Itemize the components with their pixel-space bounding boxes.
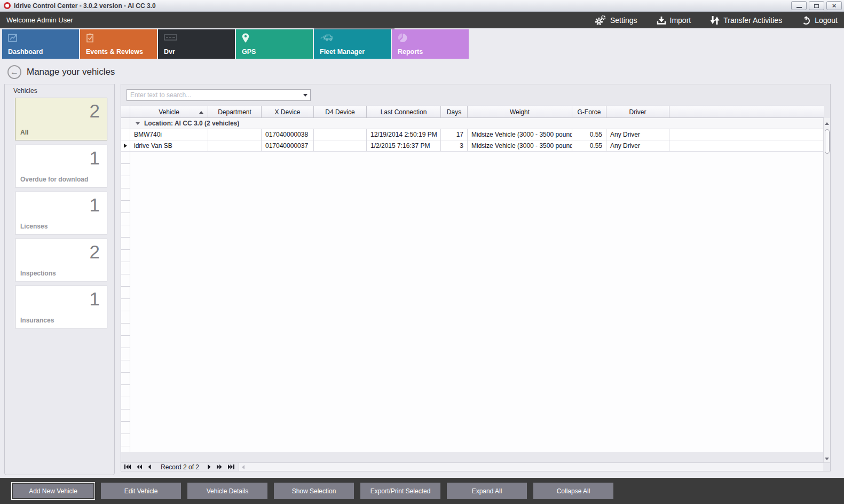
tab-gps[interactable]: GPS — [236, 29, 313, 59]
back-button[interactable]: ← — [7, 65, 21, 79]
tab-dashboard[interactable]: Dashboard — [2, 29, 79, 59]
column-header-last-connection[interactable]: Last Connection — [367, 106, 441, 117]
collapse-group-icon[interactable] — [136, 122, 140, 125]
scrollbar-corner — [823, 463, 830, 471]
window-title-bar: Idrive Control Center - 3.0.2 version - … — [0, 0, 844, 12]
filter-card-licenses[interactable]: 1 Licenses — [15, 192, 107, 234]
cell-vehicle: BMW740i — [130, 129, 208, 140]
vertical-scrollbar-thumb[interactable] — [825, 129, 830, 154]
next-page-button[interactable] — [217, 464, 222, 469]
filter-card-all-count: 2 — [90, 101, 100, 120]
table-row[interactable]: idrive Van SB 017040000037 1/2/2015 7:16… — [121, 140, 824, 152]
logout-button[interactable]: Logout — [801, 15, 838, 25]
settings-label: Settings — [610, 16, 637, 25]
column-header-x-device-label: X Device — [274, 108, 300, 116]
pie-chart-icon — [398, 33, 469, 43]
minimize-icon — [796, 6, 802, 8]
filter-card-overdue[interactable]: 1 Overdue for download — [15, 145, 107, 187]
search-dropdown-button[interactable] — [301, 90, 310, 100]
maximize-button[interactable] — [809, 1, 824, 10]
bottom-action-bar: Add New Vehicle Edit Vehicle Vehicle Det… — [0, 478, 844, 504]
cell-d4-device — [314, 140, 367, 152]
expand-all-button[interactable]: Expand All — [447, 483, 527, 499]
settings-button[interactable]: Settings — [594, 15, 637, 26]
edit-vehicle-button[interactable]: Edit Vehicle — [101, 483, 181, 499]
import-button[interactable]: Import — [657, 15, 691, 25]
import-icon — [657, 15, 666, 25]
grid-empty-area — [121, 152, 824, 452]
column-header-weight-label: Weight — [510, 108, 530, 116]
transfer-icon — [710, 15, 720, 26]
back-arrow-icon: ← — [10, 67, 19, 77]
column-header-driver[interactable]: Driver — [606, 106, 669, 117]
column-header-d4-device[interactable]: D4 Device — [314, 106, 367, 117]
sort-ascending-icon — [199, 111, 203, 114]
cell-g-force: 0.55 — [572, 129, 606, 140]
export-print-selected-button[interactable]: Export/Print Selected — [360, 483, 440, 499]
minimize-button[interactable] — [791, 1, 807, 10]
column-header-weight[interactable]: Weight — [468, 106, 572, 117]
group-row-location[interactable]: Location: Al CC 3.0 (2 vehicles) — [121, 118, 824, 129]
power-icon — [801, 15, 811, 25]
column-header-last-connection-label: Last Connection — [381, 108, 427, 116]
transfer-activities-button[interactable]: Transfer Activities — [710, 15, 782, 26]
grid-header-row: Vehicle Department X Device D4 Device La… — [121, 106, 824, 118]
filter-card-insurances[interactable]: 1 Insurances — [15, 286, 107, 328]
table-row[interactable]: BMW740i 017040000038 12/19/2014 2:50:19 … — [121, 129, 824, 140]
scroll-up-icon[interactable] — [825, 122, 829, 125]
import-label: Import — [670, 16, 691, 25]
cell-last-connection: 12/19/2014 2:50:19 PM — [367, 129, 441, 140]
horizontal-scrollbar[interactable] — [239, 463, 823, 471]
close-button[interactable]: × — [826, 1, 842, 10]
sidebar-title: Vehicles — [5, 84, 114, 98]
show-selection-button[interactable]: Show Selection — [274, 483, 354, 499]
column-header-vehicle-label: Vehicle — [159, 108, 179, 116]
column-header-vehicle[interactable]: Vehicle — [130, 106, 208, 117]
group-row-label: Location: Al CC 3.0 (2 vehicles) — [144, 120, 239, 127]
filter-card-licenses-label: Licenses — [20, 223, 48, 230]
tab-events-reviews[interactable]: Events & Reviews — [80, 29, 157, 59]
filter-card-overdue-count: 1 — [90, 148, 100, 167]
add-new-vehicle-button[interactable]: Add New Vehicle — [12, 483, 94, 499]
cell-x-device: 017040000038 — [262, 129, 314, 140]
filter-card-overdue-label: Overdue for download — [20, 176, 88, 183]
previous-record-button[interactable] — [148, 464, 151, 469]
scroll-left-icon[interactable] — [242, 465, 244, 469]
tab-fleet-manager[interactable]: Fleet Manager — [314, 29, 391, 59]
module-tabs: Dashboard Events & Reviews Dvr — [0, 28, 844, 60]
tab-dvr[interactable]: Dvr — [158, 29, 235, 59]
column-header-filler — [669, 106, 824, 117]
close-icon: × — [832, 2, 837, 9]
cell-department — [208, 140, 262, 152]
collapse-all-button[interactable]: Collapse All — [533, 483, 613, 499]
column-header-days[interactable]: Days — [441, 106, 468, 117]
row-indicator-header — [121, 106, 130, 117]
next-record-button[interactable] — [208, 464, 211, 469]
first-record-button[interactable] — [124, 464, 131, 469]
vehicle-details-button[interactable]: Vehicle Details — [187, 483, 267, 499]
column-header-x-device[interactable]: X Device — [262, 106, 314, 117]
chevron-down-icon — [303, 94, 307, 97]
last-record-button[interactable] — [228, 464, 234, 469]
welcome-text: Welcome Admin User — [6, 16, 73, 24]
filter-card-all[interactable]: 2 All — [15, 98, 107, 140]
column-header-department[interactable]: Department — [208, 106, 262, 117]
previous-page-button[interactable] — [137, 464, 142, 469]
cell-weight: Midsize Vehicle (3000 - 3500 pounds) — [468, 129, 572, 140]
column-header-g-force[interactable]: G-Force — [572, 106, 606, 117]
top-toolbar: Welcome Admin User Settings Import — [0, 12, 844, 28]
scroll-down-icon[interactable] — [825, 458, 829, 460]
chart-line-icon — [8, 33, 79, 43]
tab-events-reviews-label: Events & Reviews — [86, 48, 143, 56]
tab-dvr-label: Dvr — [164, 48, 175, 56]
current-row-icon — [124, 144, 127, 148]
tab-reports[interactable]: Reports — [392, 29, 469, 59]
tab-gps-label: GPS — [242, 48, 256, 56]
filter-card-inspections[interactable]: 2 Inspections — [15, 239, 107, 281]
tab-dashboard-label: Dashboard — [8, 48, 43, 56]
column-header-g-force-label: G-Force — [577, 108, 601, 116]
vertical-scrollbar[interactable] — [823, 118, 830, 463]
search-input[interactable] — [127, 91, 301, 99]
tab-reports-label: Reports — [398, 48, 423, 56]
cell-driver: Any Driver — [606, 129, 669, 140]
